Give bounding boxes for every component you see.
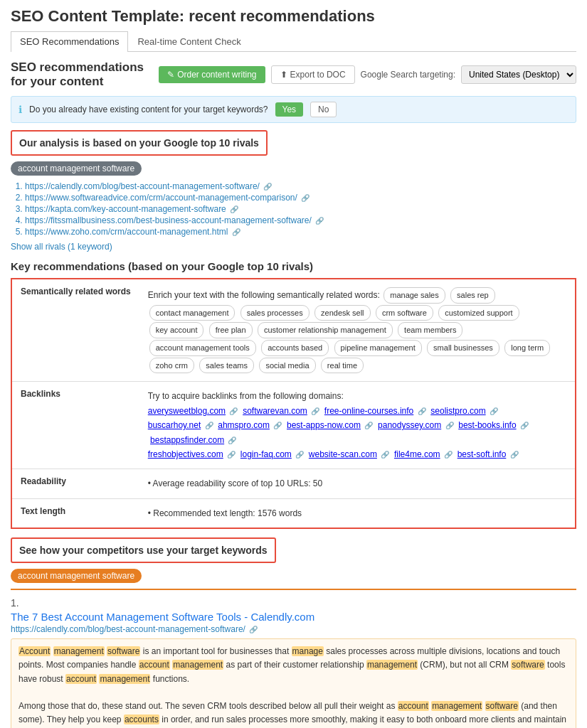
text-length-label: Text length <box>11 498 139 528</box>
tag: pipeline management <box>334 340 422 356</box>
list-item: https://kapta.com/key-account-management… <box>25 204 576 214</box>
semantic-tags: manage sales sales rep contact managemen… <box>148 290 551 370</box>
table-row-text-length: Text length • Recommended text length: 1… <box>11 498 576 528</box>
tag: long term <box>504 340 550 356</box>
url-link-1[interactable]: https://calendly.com/blog/best-account-m… <box>25 181 260 191</box>
orange-divider <box>11 589 576 590</box>
tag: team members <box>398 322 462 338</box>
tag: zendesk sell <box>314 305 371 321</box>
backlink-link[interactable]: file4me.com <box>394 449 440 459</box>
backlink-link[interactable]: buscarhoy.net <box>148 420 201 430</box>
tag: zoho crm <box>149 358 194 374</box>
ext-icon: 🔗 <box>228 437 236 444</box>
external-link-icon-3: 🔗 <box>230 205 238 213</box>
url-link-4[interactable]: https://fitssmallbusiness.com/best-busin… <box>25 215 312 225</box>
backlinks-intro: Try to acquire backlinks from the follow… <box>148 391 344 401</box>
ext-icon: 🔗 <box>295 451 304 459</box>
backlinks-row3: freshobjectives.com 🔗 login-faq.com 🔗 we… <box>148 449 519 459</box>
list-item: https://www.zoho.com/crm/account-managem… <box>25 227 576 237</box>
export-to-doc-button[interactable]: ⬆ Export to DOC <box>271 65 355 84</box>
backlinks-row2: buscarhoy.net 🔗 ahmspro.com 🔗 best-apps-… <box>148 420 529 444</box>
external-link-icon-2: 🔗 <box>301 194 310 202</box>
ext-icon: 🔗 <box>311 407 319 415</box>
competitor-title-1[interactable]: The 7 Best Account Management Software T… <box>11 611 576 623</box>
list-item: https://calendly.com/blog/best-account-m… <box>25 181 576 191</box>
toolbar-title: SEO recommendations for your content <box>11 60 153 89</box>
backlink-link[interactable]: best-apps-now.com <box>287 420 361 430</box>
competitor-paragraph-1a: Account management software is an import… <box>18 645 569 686</box>
backlink-link[interactable]: website-scan.com <box>309 449 377 459</box>
ext-icon: 🔗 <box>490 407 498 415</box>
ext-icon: 🔗 <box>205 422 213 429</box>
see-how-box: See how your competitors use your target… <box>11 537 276 563</box>
tag: free plan <box>209 322 253 338</box>
semantic-label: Semantically related words <box>11 279 139 382</box>
readability-label: Readability <box>11 469 139 498</box>
semantic-content: Enrich your text with the following sema… <box>139 279 576 382</box>
keyword-tag-orange: account management software <box>11 569 142 583</box>
tag: account management tools <box>149 340 256 356</box>
targeting-select[interactable]: United States (Desktop) <box>461 65 576 84</box>
tag: small businesses <box>427 340 499 356</box>
title-prefix: SEO Content Template: <box>11 7 184 25</box>
toolbar: SEO recommendations for your content ✎ O… <box>11 60 576 89</box>
info-icon: ℹ <box>18 104 22 115</box>
edit-icon: ✎ <box>167 70 174 80</box>
ext-icon: 🔗 <box>381 451 389 459</box>
url-list: https://calendly.com/blog/best-account-m… <box>11 181 576 237</box>
analysis-box: Our analysis is based on your Google top… <box>11 130 268 156</box>
tab-realtime-content-check[interactable]: Real-time Content Check <box>128 31 250 51</box>
backlinks-content: Try to acquire backlinks from the follow… <box>139 382 576 469</box>
url-link-3[interactable]: https://kapta.com/key-account-management… <box>25 204 226 214</box>
readability-content: • Average readability score of top 10 UR… <box>139 469 576 498</box>
backlink-link[interactable]: best-soft.info <box>458 449 507 459</box>
external-link-icon-4: 🔗 <box>315 217 324 225</box>
semantic-intro: Enrich your text with the following sema… <box>148 290 380 300</box>
ext-icon: 🔗 <box>520 422 529 429</box>
order-content-writing-button[interactable]: ✎ Order content writing <box>159 66 265 83</box>
competitor-content-box-1: Account management software is an import… <box>11 638 576 728</box>
ext-icon: 🔗 <box>229 407 238 415</box>
table-row-backlinks: Backlinks Try to acquire backlinks from … <box>11 382 576 469</box>
tag: sales processes <box>240 305 310 321</box>
url-link-5[interactable]: https://www.zoho.com/crm/account-managem… <box>25 227 228 237</box>
ext-icon: 🔗 <box>445 422 454 429</box>
tab-bar: SEO Recommendations Real-time Content Ch… <box>11 31 576 52</box>
competitor-url-1: https://calendly.com/blog/best-account-m… <box>11 624 576 634</box>
show-all-rivals-link[interactable]: Show all rivals (1 keyword) <box>11 242 112 252</box>
ext-icon: 🔗 <box>227 451 236 459</box>
backlink-link[interactable]: seolistpro.com <box>430 406 485 416</box>
upload-icon: ⬆ <box>280 70 287 80</box>
list-item: https://www.softwareadvice.com/crm/accou… <box>25 193 576 203</box>
url-link-2[interactable]: https://www.softwareadvice.com/crm/accou… <box>25 193 297 203</box>
tag: contact management <box>149 305 236 321</box>
competitor-url-link-1[interactable]: https://calendly.com/blog/best-account-m… <box>11 624 245 634</box>
competitor-item-1: 1. The 7 Best Account Management Softwar… <box>11 597 576 728</box>
backlink-link[interactable]: login-faq.com <box>240 449 292 459</box>
page-wrapper: SEO Content Template: recent recommendat… <box>0 0 587 728</box>
backlink-link[interactable]: ahmspro.com <box>218 420 270 430</box>
tab-seo-recommendations[interactable]: SEO Recommendations <box>11 31 128 52</box>
no-button[interactable]: No <box>310 102 337 117</box>
tag: sales teams <box>199 358 254 374</box>
table-row-readability: Readability • Average readability score … <box>11 469 576 498</box>
backlink-link[interactable]: free-online-courses.info <box>324 406 413 416</box>
backlink-link[interactable]: best-books.info <box>458 420 516 430</box>
info-bar: ℹ Do you already have existing content f… <box>11 96 576 123</box>
backlink-link[interactable]: softwarevan.com <box>243 406 307 416</box>
ext-icon: 🔗 <box>273 422 282 429</box>
tag: sales rep <box>450 287 495 304</box>
list-item: https://fitssmallbusiness.com/best-busin… <box>25 215 576 225</box>
yes-button[interactable]: Yes <box>275 102 304 117</box>
backlink-link[interactable]: averysweetblog.com <box>148 406 226 416</box>
targeting-label: Google Search targeting: <box>361 70 455 80</box>
competitor-paragraph-1b: Among those that do, these stand out. Th… <box>18 700 569 728</box>
title-suffix: recent recommendations <box>189 7 375 25</box>
backlink-link[interactable]: freshobjectives.com <box>148 449 223 459</box>
tag: accounts based <box>261 340 329 356</box>
backlink-link[interactable]: bestappsfinder.com <box>150 435 224 445</box>
tag: key account <box>149 322 204 338</box>
backlink-link[interactable]: panodyssey.com <box>378 420 441 430</box>
ext-icon-comp-1: 🔗 <box>249 626 258 633</box>
tag: customized support <box>438 305 519 321</box>
